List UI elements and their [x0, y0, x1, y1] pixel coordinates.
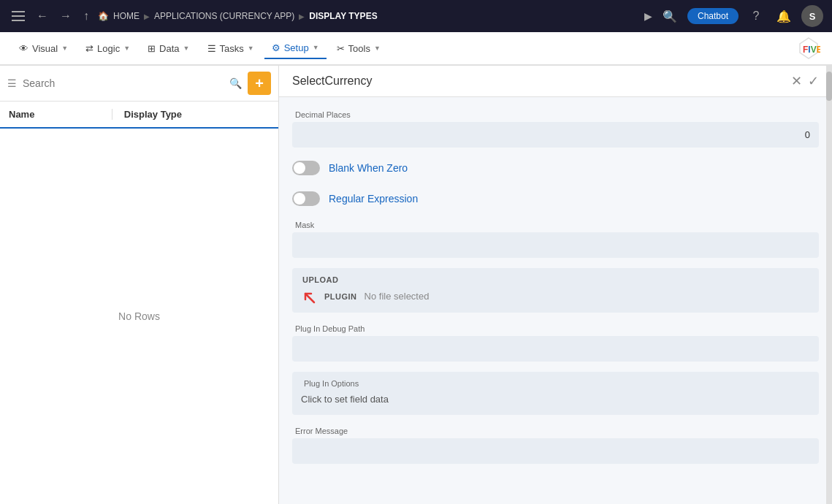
- toolbar-setup[interactable]: ⚙ Setup ▼: [264, 38, 327, 59]
- breadcrumb-home[interactable]: 🏠 HOME: [98, 11, 140, 21]
- plugin-debug-path-field: Plug In Debug Path: [292, 323, 819, 362]
- search-nav-icon[interactable]: 🔍: [660, 6, 680, 26]
- chatbot-button[interactable]: Chatbot: [687, 8, 739, 24]
- svg-text:FIVE: FIVE: [803, 45, 820, 55]
- search-icon[interactable]: 🔍: [229, 77, 242, 89]
- add-button[interactable]: +: [248, 72, 271, 95]
- scroll-indicator: [826, 66, 832, 504]
- main-toolbar: 👁 Visual ▼ ⇄ Logic ▼ ⊞ Data ▼ ☰ Tasks ▼ …: [0, 32, 832, 66]
- toolbar-tasks[interactable]: ☰ Tasks ▼: [200, 39, 262, 58]
- decimal-places-label: Decimal Places: [292, 109, 819, 121]
- back-button[interactable]: ←: [34, 7, 51, 26]
- error-message-label: Error Message: [292, 425, 819, 437]
- column-display-type-header: Display Type: [118, 109, 270, 120]
- upload-section: UPLOAD PLUGIN No file selected: [292, 268, 819, 313]
- play-button[interactable]: ▶: [644, 10, 652, 22]
- five-logo: FIVE: [797, 37, 820, 60]
- red-arrow-icon: [302, 287, 317, 305]
- breadcrumb-sep-2: ▶: [299, 12, 305, 20]
- main-layout: ☰ 🔍 + Name Display Type No Rows SelectCu…: [0, 66, 832, 504]
- up-button[interactable]: ↑: [80, 7, 92, 26]
- form-header-actions: ✕ ✓: [791, 73, 819, 89]
- plugin-options-field[interactable]: Plug In Options Click to set field data: [292, 372, 819, 415]
- decimal-places-input[interactable]: [292, 122, 819, 148]
- mask-label: Mask: [292, 219, 819, 231]
- filter-icon: ☰: [7, 77, 17, 89]
- regular-expression-toggle[interactable]: [292, 191, 320, 206]
- blank-when-zero-label: Blank When Zero: [329, 162, 408, 174]
- column-name-header: Name: [9, 109, 106, 120]
- form-header: SelectCurrency ✕ ✓: [279, 66, 832, 97]
- nav-right-actions: ▶ 🔍 Chatbot ? 🔔 S: [644, 5, 823, 27]
- setup-icon: ⚙: [272, 42, 280, 53]
- setup-caret: ▼: [313, 44, 319, 51]
- data-icon: ⊞: [148, 43, 156, 54]
- blank-when-zero-toggle[interactable]: [292, 161, 320, 175]
- blank-when-zero-row: Blank When Zero: [292, 158, 819, 178]
- tools-icon: ✂: [337, 43, 345, 54]
- decimal-places-field: Decimal Places: [292, 109, 819, 148]
- no-file-label: No file selected: [365, 291, 430, 302]
- forward-button[interactable]: →: [57, 7, 75, 26]
- scroll-thumb: [826, 72, 832, 101]
- table-header: Name Display Type: [0, 102, 278, 129]
- help-icon[interactable]: ?: [746, 6, 766, 26]
- upload-row: PLUGIN No file selected: [302, 287, 809, 305]
- hamburger-menu[interactable]: [9, 8, 28, 24]
- tools-caret: ▼: [374, 45, 381, 52]
- logic-caret: ▼: [123, 45, 130, 52]
- plugin-debug-path-label: Plug In Debug Path: [292, 323, 819, 335]
- toolbar-tools[interactable]: ✂ Tools ▼: [329, 39, 388, 58]
- upload-label: UPLOAD: [302, 275, 809, 284]
- home-icon: 🏠: [98, 11, 109, 21]
- toolbar-logic[interactable]: ⇄ Logic ▼: [78, 39, 137, 58]
- left-panel: ☰ 🔍 + Name Display Type No Rows: [0, 66, 279, 504]
- data-caret: ▼: [183, 45, 190, 52]
- search-input[interactable]: [23, 77, 224, 89]
- plugin-debug-path-input[interactable]: [292, 336, 819, 362]
- breadcrumb-display-types[interactable]: DISPLAY TYPES: [309, 11, 377, 21]
- regular-expression-slider: [292, 191, 320, 206]
- breadcrumb-app[interactable]: APPLICATIONS (CURRENCY APP): [154, 11, 294, 21]
- mask-field: Mask: [292, 219, 819, 258]
- tasks-icon: ☰: [207, 43, 216, 54]
- eye-icon: 👁: [19, 43, 28, 54]
- blank-when-zero-slider: [292, 161, 320, 175]
- svg-line-2: [305, 294, 314, 302]
- plugin-options-value: Click to set field data: [301, 392, 810, 406]
- no-rows-message: No Rows: [0, 129, 278, 504]
- form-title: SelectCurrency: [292, 75, 784, 88]
- plugin-label: PLUGIN: [324, 292, 357, 301]
- toolbar-visual[interactable]: 👁 Visual ▼: [12, 39, 75, 58]
- logic-icon: ⇄: [85, 43, 93, 54]
- breadcrumb-sep-1: ▶: [144, 12, 150, 20]
- error-message-input[interactable]: [292, 438, 819, 464]
- regular-expression-row: Regular Expression: [292, 188, 819, 209]
- avatar[interactable]: S: [801, 5, 823, 27]
- visual-caret: ▼: [61, 45, 68, 52]
- plugin-options-label: Plug In Options: [301, 378, 810, 389]
- column-divider: [112, 109, 112, 120]
- search-bar: ☰ 🔍 +: [0, 66, 278, 102]
- tasks-caret: ▼: [248, 45, 254, 52]
- toolbar-data[interactable]: ⊞ Data ▼: [140, 39, 196, 58]
- form-content: Decimal Places Blank When Zero Regular E…: [279, 97, 832, 504]
- regular-expression-label: Regular Expression: [329, 193, 418, 205]
- breadcrumb: 🏠 HOME ▶ APPLICATIONS (CURRENCY APP) ▶ D…: [98, 11, 638, 21]
- top-navigation: ← → ↑ 🏠 HOME ▶ APPLICATIONS (CURRENCY AP…: [0, 0, 832, 32]
- right-panel: SelectCurrency ✕ ✓ Decimal Places Blank …: [279, 66, 832, 504]
- confirm-button[interactable]: ✓: [808, 73, 819, 89]
- notifications-icon[interactable]: 🔔: [774, 6, 794, 26]
- error-message-field: Error Message: [292, 425, 819, 464]
- mask-input[interactable]: [292, 232, 819, 258]
- close-button[interactable]: ✕: [791, 73, 802, 89]
